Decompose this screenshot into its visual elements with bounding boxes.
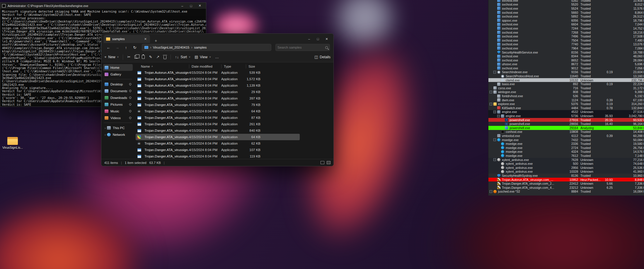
maximize-button[interactable]: □ (187, 4, 195, 8)
sidebar-item-pictures[interactable]: Pictures (103, 101, 133, 108)
process-row[interactable]: msedge.exe7612Trusted7,148 KB (488, 154, 644, 158)
process-row[interactable]: svchost.exe5660Trusted8,864 KB (488, 11, 644, 15)
file-row[interactable]: Trojan.Autorun.ATA_virussign.com_efd89..… (136, 69, 300, 76)
file-row[interactable]: Trojan.Danger.ATA_virussign.com_08d735..… (136, 147, 300, 153)
file-row[interactable]: Trojan.Autorun.ATA_virussign.com_fde30..… (136, 95, 300, 102)
copy-icon[interactable] (134, 55, 138, 59)
process-row[interactable]: −engine.exe4532Unknown27,516 KB (488, 110, 644, 114)
new-tab-button[interactable]: + (153, 38, 159, 43)
up-icon[interactable]: ↑ (122, 45, 130, 50)
search-input[interactable] (277, 46, 325, 49)
sort-button[interactable]: ↑↓ Sort ∨ (175, 55, 190, 59)
rename-icon[interactable]: ✎ (149, 55, 152, 59)
expander-icon[interactable]: − (490, 103, 492, 105)
process-row[interactable]: conhost.exe10808Trusted14,408 KB (488, 130, 644, 134)
process-row[interactable]: svchost.exe7740Trusted13,076 KB (488, 42, 644, 47)
process-row[interactable]: sppsvc.exe6056Trusted18,796 KB (488, 18, 644, 23)
this-pc-icon[interactable] (144, 46, 148, 49)
back-icon[interactable]: ← (105, 45, 112, 50)
sidebar-item-music[interactable]: Music (103, 108, 133, 114)
process-row[interactable]: −jusched.exe *328884Trusted16,084 KB (488, 190, 644, 194)
process-row[interactable]: svchost.exe5892Trusted26,512 KB (488, 14, 644, 18)
column-header-name[interactable]: Name ˄ (134, 65, 189, 68)
view-button[interactable]: ▤ View ∨ (195, 55, 211, 59)
process-row[interactable]: −msedge.exe7432Trusted50,084 KB (488, 138, 644, 142)
process-row[interactable]: SecurityHealthService.exe8156Trusted18,7… (488, 50, 644, 54)
process-row[interactable]: ›powershell.exe28656Trusted16.4096,164 K… (488, 122, 644, 126)
file-explorer-window[interactable]: samples ✕ + – □ ✕ ← → ↑ ↻ ›VirusSignList… (101, 33, 334, 166)
process-row[interactable]: lsass.exe892Trusted0.1922,224 KB (488, 82, 644, 86)
sidebar-item-gallery[interactable]: Gallery (103, 71, 133, 78)
process-row[interactable]: uhssvc.exe8672Trusted5,696 KB (488, 62, 644, 66)
process-row[interactable]: SearchProtocolHost.exe11640Trusted13,160… (488, 74, 644, 78)
file-row[interactable]: Trojan.Danger.ATA_virussign.com_04fa35..… (136, 121, 300, 127)
paste-icon[interactable] (142, 55, 145, 59)
share-icon[interactable]: ↗ (156, 55, 159, 59)
process-row[interactable]: xylent_antivirus.exe10328Unknown41,960 K… (488, 170, 644, 174)
expander-icon[interactable]: − (490, 190, 492, 193)
column-header-size[interactable]: Size (246, 64, 260, 68)
search-icon[interactable] (325, 46, 328, 49)
process-row[interactable]: powershell.exe29164Analyzing53,844 KB (488, 126, 644, 130)
column-header-date[interactable]: Date modified (189, 64, 221, 68)
process-row[interactable]: fontdrvhost.exe536Trusted5,192 KB (488, 94, 644, 98)
file-row[interactable]: Trojan.Danger.ATA_virussign.com_4cbb1...… (136, 134, 300, 140)
forward-icon[interactable]: → (114, 45, 121, 50)
expander-icon[interactable]: − (493, 138, 496, 141)
details-button[interactable]: ◫ Details (314, 55, 330, 59)
process-row[interactable]: svchost.exe5520Trusted8,012 KB (488, 3, 644, 7)
new-button[interactable]: + New ∨ (104, 55, 119, 59)
file-row[interactable]: Trojan.Danger.ATA_virussign.com_0d4c86..… (136, 102, 300, 108)
refresh-icon[interactable]: ↻ (131, 45, 138, 50)
maximize-button[interactable]: □ (314, 37, 322, 41)
minimize-button[interactable]: – (305, 37, 314, 41)
process-row[interactable]: xylent_antivirus.exe500Unknown74,648 KB (488, 162, 644, 166)
process-row[interactable]: −engine.exe5736Unknown35.933,042,780 KB (488, 114, 644, 118)
process-row[interactable]: svchost.exe8344Trusted48,060 KB (488, 54, 644, 58)
process-row[interactable]: msedge.exe4324Trusted14,576 KB (488, 150, 644, 154)
file-row[interactable]: Trojan.Danger.ATA_virussign.com_8e068c..… (136, 153, 300, 160)
process-row[interactable]: svchost.exe7244Trusted14,752 KB (488, 26, 644, 30)
breadcrumb-item[interactable]: VirusSignList_20240415 (153, 46, 189, 49)
sidebar-item-desktop[interactable]: Desktop (103, 81, 133, 88)
process-row[interactable]: clamd.exe10132Unknown232,796 KB (488, 78, 644, 82)
sidebar-item-home[interactable]: Home (103, 64, 133, 71)
process-row[interactable]: svchost.exe7268Trusted18,216 KB (488, 30, 644, 35)
desktop-shortcut-virussignlist[interactable]: VirusSignLis... (1, 137, 24, 149)
sidebar-item-this-pc[interactable]: ›This PC (103, 124, 133, 131)
process-row[interactable]: −SearchIndexer.exe9156Trusted0.1923,604 … (488, 70, 644, 74)
process-row[interactable]: svchost.exe5524Trusted11,576 KB (488, 6, 644, 11)
process-row[interactable]: Trojan.Autorun.ATA_virussign.com_...1095… (488, 178, 644, 182)
close-button[interactable]: ✕ (195, 4, 204, 8)
file-row[interactable]: Trojan.Autorun.ATA_virussign.com_f729a..… (136, 76, 300, 82)
process-row[interactable]: svchost.exe7964Trusted7,084 KB (488, 46, 644, 50)
expander-icon[interactable]: − (497, 115, 500, 117)
minimize-button[interactable]: – (178, 4, 187, 8)
tab-close-icon[interactable]: ✕ (143, 37, 148, 41)
process-row[interactable]: dwm.exe1124Trusted0.3967,100 KB (488, 98, 644, 102)
process-row[interactable]: Trojan.Danger.ATA_virussign.com_2...2241… (488, 181, 644, 186)
process-row[interactable]: KillSwitch.exe4484Trusted0.78132,844 KB (488, 106, 644, 110)
tab-samples[interactable]: samples ✕ (104, 35, 150, 43)
delete-icon[interactable] (163, 56, 166, 59)
process-row[interactable]: svchost.exe7504Trusted7,480 KB (488, 38, 644, 42)
list-view-toggle-icon[interactable] (321, 161, 324, 164)
process-row[interactable]: svchost.exe8652Trusted28,084 KB (488, 58, 644, 62)
search-box[interactable] (275, 44, 330, 51)
expander-icon[interactable]: − (490, 91, 492, 93)
process-row[interactable]: svchost.exe9012Trusted7,056 KB (488, 66, 644, 70)
file-row[interactable]: Trojan.Danger.ATA_virussign.com_4beb5...… (136, 127, 300, 134)
process-row[interactable]: −xylent_antivirus.exe7628Unknown77,216 K… (488, 158, 644, 162)
file-row[interactable]: ☠Trojan.Danger.ATA_virussign.com_2dcad..… (136, 108, 300, 114)
more-options-icon[interactable]: … (215, 55, 219, 59)
file-row[interactable]: Trojan.Autorun.ATA_virussign.com_fda4d..… (136, 89, 300, 95)
breadcrumb[interactable]: ›VirusSignList_20240415›samples (142, 44, 271, 51)
process-row[interactable]: msedge.exe2336Trusted19,580 KB (488, 142, 644, 146)
file-row[interactable]: ☠Trojan.Danger.ATA_virussign.com_08d5f1.… (136, 140, 300, 147)
sidebar-item-downloads[interactable]: Downloads (103, 94, 133, 101)
sidebar-item-documents[interactable]: Documents (103, 88, 133, 94)
process-row[interactable]: −explorer.exe5376Trusted0.19314,260 KB (488, 102, 644, 106)
expander-icon[interactable]: − (493, 158, 496, 161)
process-row[interactable]: Trojan.Danger.ATA_virussign.com_4...2321… (488, 186, 644, 190)
process-row[interactable]: ›powershell.exe27916Trusted20.1593,532 K… (488, 118, 644, 122)
